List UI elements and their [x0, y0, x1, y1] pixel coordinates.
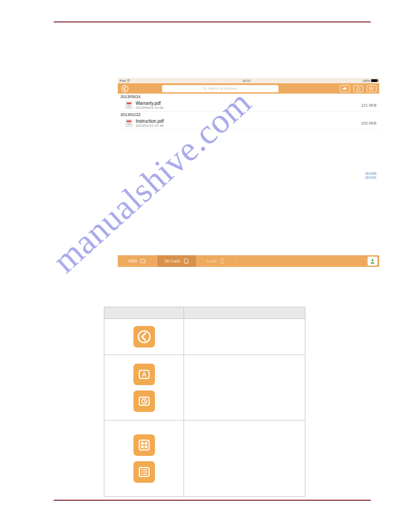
- share-icon: [342, 86, 347, 91]
- search-placeholder: Search & Explorer: [208, 86, 237, 90]
- file-timestamp: 2013/01/22 22:44: [136, 124, 361, 128]
- top-rule: [54, 21, 371, 22]
- svg-rect-32: [143, 474, 147, 475]
- back-icon: [133, 326, 155, 348]
- icon-description-table: A: [104, 307, 305, 497]
- bottom-rule: [54, 500, 371, 501]
- svg-rect-28: [143, 469, 147, 470]
- file-row[interactable]: Warranty.pdf 2013/05/24 10:36 121.9KB: [118, 99, 379, 112]
- section-header: 2013/05/24: [118, 94, 379, 99]
- back-button[interactable]: [120, 85, 129, 93]
- clock: 18:10: [242, 79, 250, 82]
- table-header: [184, 307, 305, 319]
- wifi-icon: [127, 79, 130, 82]
- hdd-icon: [140, 258, 146, 264]
- device-label: iPad: [120, 79, 126, 82]
- search-input[interactable]: Search & Explorer: [162, 85, 278, 92]
- help-button[interactable]: ?: [353, 85, 363, 92]
- storage-tabs: HDD SD Card Local: [118, 255, 379, 267]
- pdf-icon: [126, 102, 132, 109]
- svg-rect-5: [369, 87, 370, 88]
- device-screenshot: iPad 18:10 100% Search & Explorer ?: [118, 78, 379, 267]
- svg-point-1: [203, 87, 206, 89]
- battery-icon: [371, 79, 377, 82]
- file-name: Warranty.pdf: [136, 101, 361, 106]
- svg-point-0: [122, 86, 128, 92]
- tab-label: Local: [207, 259, 217, 263]
- sdcard-icon: [183, 258, 189, 264]
- index-item[interactable]: 2013/01: [365, 176, 377, 179]
- table-cell: A: [104, 355, 184, 420]
- index-item[interactable]: 2013/05: [365, 172, 377, 175]
- question-icon: ?: [356, 86, 360, 91]
- grid-view-icon: [133, 434, 155, 456]
- svg-rect-22: [141, 442, 144, 445]
- file-list: 2013/05/24 Warranty.pdf 2013/05/24 10:36…: [118, 94, 379, 129]
- table-cell: [184, 355, 305, 420]
- tab-hdd[interactable]: HDD: [118, 255, 157, 267]
- svg-rect-10: [371, 90, 374, 90]
- svg-rect-21: [139, 440, 149, 450]
- file-timestamp: 2013/05/24 10:36: [136, 106, 361, 110]
- file-size: 102.0KB: [361, 121, 377, 125]
- svg-rect-11: [141, 259, 145, 263]
- status-bar: iPad 18:10 100%: [118, 78, 379, 83]
- svg-text:?: ?: [357, 87, 359, 90]
- share-button[interactable]: [340, 85, 350, 92]
- pdf-icon: [126, 120, 132, 127]
- svg-rect-8: [371, 88, 374, 89]
- sort-alpha-icon: A: [133, 364, 155, 385]
- search-icon: [203, 87, 207, 90]
- list-icon: [369, 86, 374, 91]
- tab-label: HDD: [128, 259, 137, 263]
- svg-point-16: [138, 331, 150, 343]
- table-cell: [184, 319, 305, 355]
- table-cell: [184, 420, 305, 497]
- sort-time-icon: [133, 390, 155, 412]
- svg-point-14: [222, 262, 223, 263]
- date-index[interactable]: 2013/05 2013/01: [365, 172, 377, 180]
- file-row[interactable]: Instruction.pdf 2013/01/22 22:44 102.0KB: [118, 117, 379, 129]
- file-size: 121.9KB: [361, 103, 377, 107]
- section-header: 2013/01/22: [118, 112, 379, 117]
- nav-bar: Search & Explorer ?: [118, 83, 379, 94]
- tab-local[interactable]: Local: [197, 255, 236, 267]
- file-name: Instruction.pdf: [136, 119, 361, 124]
- svg-rect-30: [143, 472, 147, 472]
- tablet-icon: [219, 258, 225, 264]
- svg-point-12: [144, 262, 145, 262]
- svg-rect-25: [145, 446, 147, 448]
- battery-text: 100%: [362, 79, 370, 82]
- tab-label: SD Card: [164, 259, 180, 263]
- avatar-icon: [369, 258, 376, 264]
- table-header: [104, 307, 184, 319]
- account-button[interactable]: [368, 257, 377, 266]
- svg-rect-7: [369, 88, 370, 89]
- view-toggle-button[interactable]: [367, 85, 377, 92]
- svg-rect-6: [371, 87, 374, 87]
- svg-rect-9: [369, 90, 370, 90]
- table-cell: [104, 420, 184, 497]
- table-cell: [104, 319, 184, 355]
- list-view-icon: [133, 461, 155, 483]
- svg-rect-24: [141, 446, 144, 448]
- svg-point-31: [141, 473, 142, 475]
- svg-point-29: [141, 471, 142, 472]
- svg-point-15: [372, 259, 374, 262]
- svg-point-27: [141, 469, 142, 470]
- svg-text:A: A: [141, 371, 146, 378]
- tab-sdcard[interactable]: SD Card: [157, 255, 197, 267]
- svg-line-2: [206, 89, 206, 90]
- svg-rect-23: [145, 442, 147, 445]
